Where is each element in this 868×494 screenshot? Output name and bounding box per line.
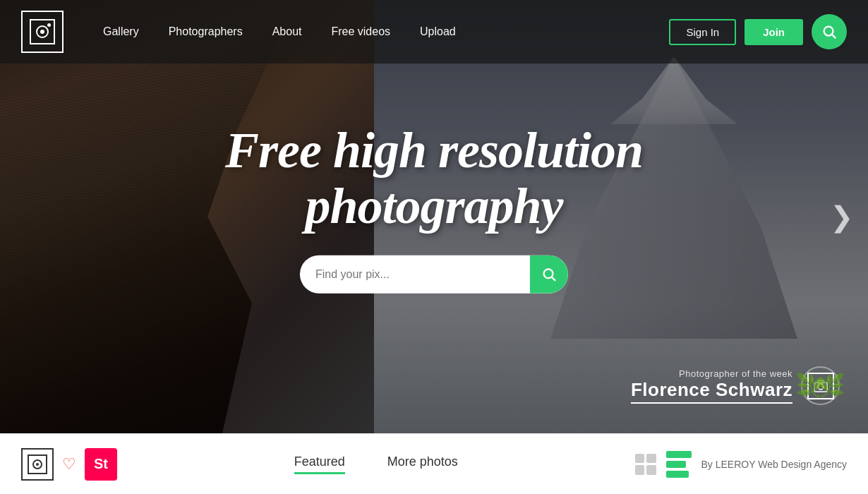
svg-line-1 — [832, 35, 836, 38]
signin-button[interactable]: Sign In — [669, 19, 736, 45]
footer-tabs: Featured More photos — [117, 454, 635, 474]
search-icon — [821, 24, 837, 40]
grid-view-icon[interactable] — [635, 454, 656, 475]
logo[interactable] — [21, 11, 64, 53]
hero-search-icon — [541, 267, 557, 282]
search-input[interactable] — [300, 258, 530, 291]
tab-featured[interactable]: Featured — [294, 454, 345, 474]
hero-title: Free high resolution photography — [225, 123, 643, 234]
footer-logo[interactable] — [21, 448, 54, 481]
nav-photographers[interactable]: Photographers — [157, 20, 254, 44]
footer-by-text: By LEEROY Web Design Agency — [701, 459, 847, 470]
heart-icon: ♡ — [62, 455, 76, 474]
hero-search-button[interactable] — [530, 255, 568, 294]
svg-point-0 — [824, 27, 833, 36]
next-slide-button[interactable]: ❯ — [830, 200, 854, 233]
hero-content: Free high resolution photography — [225, 123, 643, 294]
potw-label: Photographer of the week — [631, 368, 792, 379]
nav-free-videos[interactable]: Free videos — [320, 20, 402, 44]
logo-icon — [30, 19, 55, 44]
svg-point-2 — [544, 270, 553, 279]
shutterstock-badge[interactable]: St — [85, 448, 117, 481]
nav-upload[interactable]: Upload — [409, 20, 467, 44]
list-view-icon[interactable] — [666, 451, 692, 478]
join-button[interactable]: Join — [745, 19, 803, 45]
header: Gallery Photographers About Free videos … — [0, 0, 868, 64]
nav-right: Sign In Join — [669, 14, 847, 49]
footer-bar: ♡ St Featured More photos By LEEROY Web … — [0, 433, 868, 494]
svg-line-3 — [552, 277, 555, 281]
laurel-right-icon: 🌿 — [817, 366, 845, 405]
nav-gallery[interactable]: Gallery — [92, 20, 150, 44]
potw-name[interactable]: Florence Schwarz — [631, 379, 792, 404]
hero-section: Free high resolution photography ❯ Photo… — [0, 0, 868, 433]
nav-about[interactable]: About — [261, 20, 313, 44]
hero-search-bar — [300, 255, 568, 294]
potw-badge: 🌿 🌿 — [801, 366, 840, 405]
potw-text-block: Photographer of the week Florence Schwar… — [631, 368, 792, 404]
logo-dot — [47, 23, 51, 27]
footer-logo-icon — [28, 454, 47, 474]
tab-more-photos[interactable]: More photos — [387, 454, 458, 474]
footer-right: By LEEROY Web Design Agency — [635, 451, 847, 478]
search-button[interactable] — [812, 14, 847, 49]
photographer-of-week: Photographer of the week Florence Schwar… — [631, 366, 840, 405]
main-nav: Gallery Photographers About Free videos … — [92, 20, 669, 44]
